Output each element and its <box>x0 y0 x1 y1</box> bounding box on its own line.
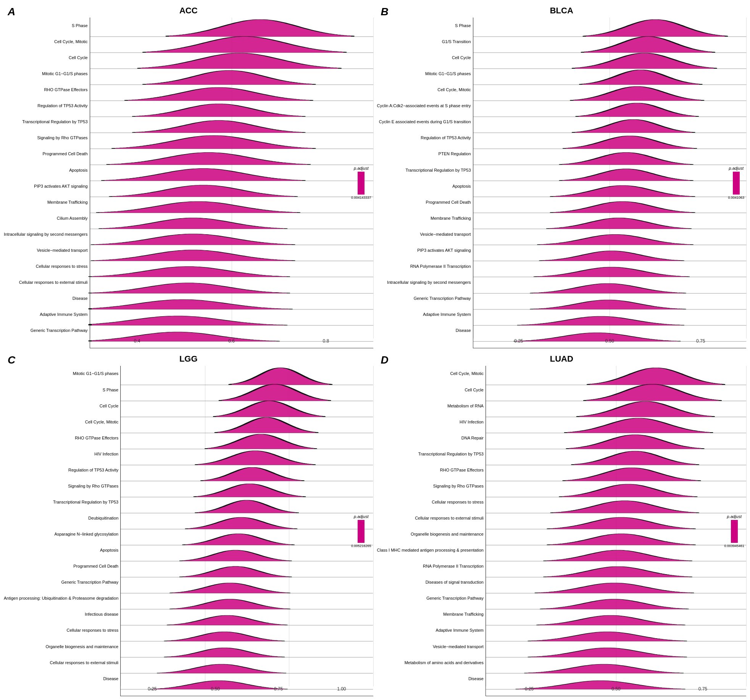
panel-label-b: B <box>381 6 389 18</box>
y-label: Programmed Cell Death <box>4 564 118 568</box>
ridge-row <box>473 82 746 98</box>
x-tick: 0.75 <box>696 338 705 344</box>
ridge-row <box>486 462 746 478</box>
panel-label-a: A <box>8 6 15 18</box>
ridge-row <box>473 18 746 34</box>
ridge-row <box>90 210 373 226</box>
ridge-row <box>121 670 373 686</box>
panel-b: BBLCAS PhaseG1/S TransitionCell CycleMit… <box>377 4 747 348</box>
y-label: RHO GTPase Effectors <box>4 87 88 92</box>
ridge-plots <box>486 366 746 687</box>
y-label: Cilium Assembly <box>4 216 88 220</box>
ridge-row <box>90 146 373 162</box>
ridge-row <box>90 194 373 210</box>
y-label: DNA Repair <box>377 436 484 440</box>
y-label: Adaptive Immune System <box>377 312 471 317</box>
ridge-row <box>486 622 746 638</box>
ridge-row <box>486 526 746 542</box>
ridge-row <box>486 366 746 382</box>
ridge-row <box>486 542 746 558</box>
legend-b: p.adjust0.0041063 <box>728 166 744 200</box>
ridge-row <box>90 66 373 82</box>
y-label: S Phase <box>4 23 88 28</box>
y-label: Apoptosis <box>4 168 88 172</box>
ridge-row <box>473 242 746 258</box>
legend-value: 0.0041063 <box>728 196 744 200</box>
ridge-row <box>473 210 746 226</box>
y-label: Cellular responses to external stimuli <box>4 660 118 665</box>
y-label: Membrane Trafficking <box>377 216 471 220</box>
x-tick: 0.50 <box>605 338 614 344</box>
ridge-row <box>90 34 373 50</box>
y-label: Membrane Trafficking <box>4 200 88 204</box>
y-label: Disease <box>377 676 484 681</box>
ridge-row <box>473 178 746 194</box>
ridge-row <box>90 114 373 130</box>
y-label: HIV Infection <box>4 452 118 456</box>
ridge-row <box>121 606 373 622</box>
ridge-row <box>90 322 373 338</box>
x-axis: 0.40.60.8 <box>90 338 373 348</box>
y-label: Apoptosis <box>377 184 471 188</box>
x-tick: 0.75 <box>274 686 283 692</box>
legend-bar <box>358 172 365 195</box>
ridge-row <box>473 162 746 178</box>
y-label: S Phase <box>377 23 471 28</box>
legend-d: p.adjust0.003945461 <box>724 514 744 548</box>
legend-title: p.adjust <box>354 514 369 519</box>
ridge-row <box>486 446 746 462</box>
legend-title: p.adjust <box>727 514 742 519</box>
ridge-row <box>121 622 373 638</box>
y-label: Diseases of signal transduction <box>377 580 484 584</box>
x-tick: 0.4 <box>134 338 140 344</box>
ridge-row <box>121 398 373 414</box>
y-label: Programmed Cell Death <box>4 151 88 156</box>
y-label: Transcriptional Regulation by TP53 <box>377 452 484 456</box>
panel-title-d: LUAD <box>377 354 747 364</box>
ridge-row <box>90 178 373 194</box>
ridge-row <box>473 274 746 290</box>
legend-title: p.adjust <box>729 166 744 171</box>
y-label: RNA Polymerase II Transcription <box>377 264 471 269</box>
ridge-row <box>486 414 746 430</box>
ridge-row <box>90 50 373 66</box>
ridge-row <box>486 638 746 654</box>
y-label: Generic Transcription Pathway <box>4 328 88 333</box>
ridge-container-d: 0.250.500.75 <box>485 366 746 697</box>
y-label: Cell Cycle, Mitotic <box>377 87 471 92</box>
ridge-row <box>121 654 373 670</box>
y-label: Vesicle−mediated transport <box>377 232 471 237</box>
y-label: Cellular responses to stress <box>4 628 118 632</box>
ridge-row <box>486 398 746 414</box>
y-label: PIP3 activates AKT signaling <box>4 184 88 188</box>
ridge-row <box>473 290 746 306</box>
y-label: Cell Cycle, Mitotic <box>377 371 484 376</box>
y-label: Deubiquitination <box>4 516 118 520</box>
y-label: Regulation of TP53 Activity <box>377 135 471 140</box>
ridge-row <box>121 526 373 542</box>
y-label: Antigen processing: Ubiquitination & Pro… <box>4 596 118 600</box>
ridge-row <box>121 478 373 494</box>
ridge-row <box>121 382 373 398</box>
ridge-plots <box>90 18 373 338</box>
ridge-row <box>486 606 746 622</box>
y-label: Vesicle−mediated transport <box>4 248 88 253</box>
ridge-row <box>121 414 373 430</box>
y-labels-a: S PhaseCell Cycle, MitoticCell CycleMito… <box>4 18 90 348</box>
x-axis: 0.250.500.75 <box>486 686 746 696</box>
ridge-row <box>473 50 746 66</box>
x-tick: 0.25 <box>514 338 523 344</box>
y-label: Disease <box>377 328 471 333</box>
ridge-row <box>90 242 373 258</box>
ridge-container-b: 0.250.500.75 <box>473 18 746 348</box>
ridge-row <box>486 670 746 686</box>
panel-c: CLGGMitotic G1−G1/S phasesS PhaseCell Cy… <box>4 352 373 697</box>
x-tick: 0.25 <box>148 686 156 692</box>
y-label: Disease <box>4 676 118 681</box>
ridge-container-a: 0.40.60.8 <box>90 18 373 348</box>
x-axis: 0.250.500.751.00 <box>121 686 373 696</box>
y-label: Metabolism of amino acids and derivative… <box>377 660 484 665</box>
ridge-row <box>486 430 746 446</box>
ridge-row <box>90 98 373 114</box>
y-labels-d: Cell Cycle, MitoticCell CycleMetabolism … <box>377 366 485 697</box>
